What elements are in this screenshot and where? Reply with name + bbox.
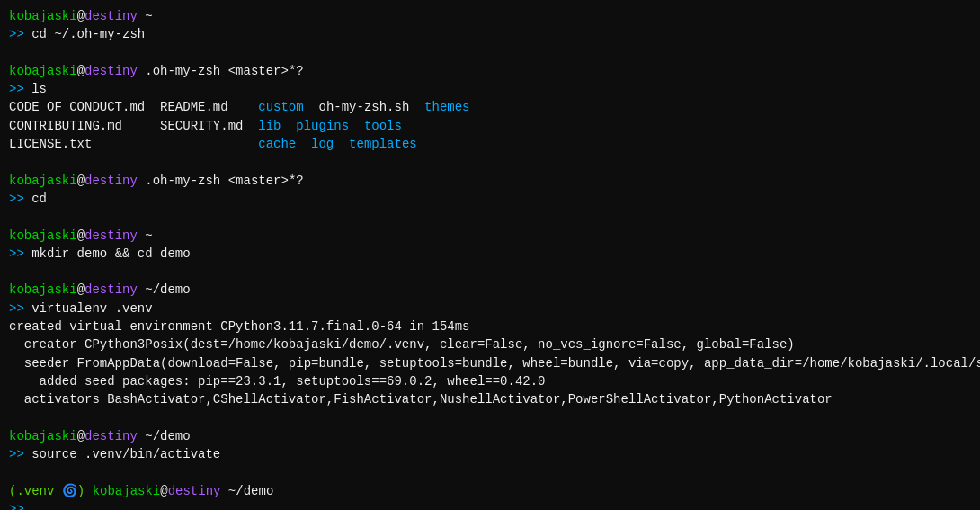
branch-status-3: *? [289, 174, 304, 188]
path-4: ~ [138, 228, 153, 243]
ls-row-3: LICENSE.txt cache log templates [9, 135, 971, 153]
prompt-line-7: (.venv 🌀) kobajaski@destiny ~/demo [9, 482, 971, 500]
spacer-6 [9, 463, 971, 481]
spacer-4 [9, 263, 971, 281]
username-6: kobajaski [9, 429, 77, 443]
terminal: kobajaski@destiny ~ >> cd ~/.oh-my-zsh k… [9, 7, 971, 510]
path-3: .oh-my-zsh [138, 174, 228, 188]
ls-col-3-5: templates [334, 137, 416, 151]
prompt-line-3: kobajaski@destiny .oh-my-zsh <master>*? [9, 172, 971, 190]
ls-col-2-5: tools [349, 119, 402, 133]
cmd-line-3: >> cd [9, 190, 971, 208]
ls-col-2-4: plugins [281, 119, 349, 133]
venv-close: ) [77, 484, 85, 498]
cmd-1: cd ~/.oh-my-zsh [24, 27, 145, 41]
branch-2: <master> [228, 64, 289, 78]
username-5: kobajaski [9, 282, 77, 297]
username-2: kobajaski [9, 64, 77, 78]
cmd-line-7: >> [9, 500, 971, 510]
cmd-7 [24, 502, 31, 510]
ls-col-1-5: themes [424, 100, 469, 114]
cmd-2: ls [24, 82, 47, 96]
venv-out-5: activators BashActivator,CShellActivator… [9, 390, 971, 408]
username-1: kobajaski [9, 9, 77, 23]
prompt-line-2: kobajaski@destiny .oh-my-zsh <master>*? [9, 62, 971, 80]
venv-out-3: seeder FromAppData(download=False, pip=b… [9, 354, 971, 372]
ls-col-1-4: oh-my-zsh.sh [304, 100, 424, 114]
cmd-line-4: >> mkdir demo && cd demo [9, 245, 971, 263]
spacer-3 [9, 208, 971, 226]
username-4: kobajaski [9, 228, 77, 243]
ls-col-2-2: SECURITY.md [160, 119, 243, 133]
cmd-line-5: >> virtualenv .venv [9, 300, 971, 318]
cmd-line-2: >> ls [9, 80, 971, 98]
prompt-line-5: kobajaski@destiny ~/demo [9, 281, 971, 299]
hostname-2: destiny [85, 64, 138, 78]
arrow-5: >> [9, 301, 24, 316]
cmd-line-6: >> source .venv/bin/activate [9, 445, 971, 463]
branch-3: <master> [228, 174, 289, 188]
cmd-5: virtualenv .venv [24, 301, 153, 316]
ls-col-3-3: cache [243, 137, 296, 151]
branch-status-2: *? [289, 64, 304, 78]
arrow-6: >> [9, 447, 24, 461]
arrow-1: >> [9, 27, 24, 41]
spacer-1 [9, 44, 971, 62]
ls-col-3-1: LICENSE.txt [9, 137, 160, 151]
venv-icon: 🌀 [62, 484, 77, 498]
username-7: kobajaski [93, 484, 161, 498]
cmd-4: mkdir demo && cd demo [24, 246, 191, 261]
cmd-line-1: >> cd ~/.oh-my-zsh [9, 25, 971, 43]
hostname-6: destiny [85, 429, 138, 443]
hostname-5: destiny [85, 282, 138, 297]
spacer-5 [9, 409, 971, 427]
hostname-7: destiny [168, 484, 221, 498]
path-6: ~/demo [138, 429, 191, 443]
ls-row-1: CODE_OF_CONDUCT.md README.md custom oh-m… [9, 98, 971, 116]
prompt-line-6: kobajaski@destiny ~/demo [9, 427, 971, 445]
arrow-3: >> [9, 192, 24, 206]
venv-out-4: added seed packages: pip==23.3.1, setupt… [9, 372, 971, 390]
arrow-2: >> [9, 82, 24, 96]
path-5: ~/demo [138, 282, 191, 297]
arrow-7: >> [9, 502, 24, 510]
venv-out-1: created virtual environment CPython3.11.… [9, 318, 971, 336]
prompt-line-1: kobajaski@destiny ~ [9, 7, 971, 25]
spacer-2 [9, 153, 971, 171]
ls-row-2: CONTRIBUTING.md SECURITY.md lib plugins … [9, 117, 971, 135]
ls-col-1-2: README.md [160, 100, 243, 114]
ls-col-3-2 [160, 137, 243, 151]
ls-col-1-3: custom [243, 100, 303, 114]
hostname-3: destiny [85, 174, 138, 188]
hostname-4: destiny [85, 228, 138, 243]
ls-col-1-1: CODE_OF_CONDUCT.md [9, 100, 160, 114]
cmd-6: source .venv/bin/activate [24, 447, 220, 461]
prompt-line-4: kobajaski@destiny ~ [9, 227, 971, 245]
ls-col-3-4: log [296, 137, 334, 151]
cmd-3: cd [24, 192, 47, 206]
hostname-1: destiny [85, 9, 138, 23]
path-7: ~/demo [220, 484, 273, 498]
venv-out-2: creator CPython3Posix(dest=/home/kobajas… [9, 336, 971, 353]
arrow-4: >> [9, 246, 24, 261]
username-3: kobajaski [9, 174, 77, 188]
ls-col-2-1: CONTRIBUTING.md [9, 119, 160, 133]
path-2: .oh-my-zsh [138, 64, 228, 78]
ls-col-2-3: lib [243, 119, 281, 133]
venv-label: (.venv [9, 484, 62, 498]
path-1: ~ [138, 9, 153, 23]
